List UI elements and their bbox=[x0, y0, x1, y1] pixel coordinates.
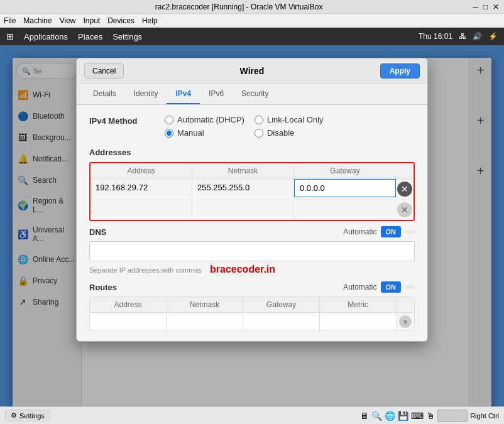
menu-file[interactable]: File bbox=[4, 16, 16, 25]
address-cell-empty[interactable] bbox=[90, 200, 192, 220]
cancel-button[interactable]: Cancel bbox=[84, 63, 124, 79]
vbox-window-controls[interactable]: ─ □ ✕ bbox=[473, 3, 499, 11]
method-linklocal-label: Link-Local Only bbox=[267, 115, 324, 124]
routes-addr-input[interactable] bbox=[90, 313, 166, 330]
tab-identity[interactable]: Identity bbox=[125, 84, 167, 104]
routes-netmask-input[interactable] bbox=[167, 313, 243, 330]
wired-dialog: Cancel Wired Apply Details Identity IPv4… bbox=[76, 58, 428, 342]
routes-table: Address Netmask Gateway Metric bbox=[89, 296, 415, 331]
ipv4-method-label: IPv4 Method bbox=[89, 115, 165, 126]
routes-metric-input[interactable] bbox=[320, 313, 396, 330]
status-icon-3: 🌐 bbox=[385, 411, 395, 421]
tab-ipv6[interactable]: IPv6 bbox=[200, 84, 233, 104]
gnome-settings-menu[interactable]: Settings bbox=[112, 32, 142, 41]
close-btn[interactable]: ✕ bbox=[493, 3, 499, 11]
routes-toggle-off[interactable] bbox=[405, 285, 415, 289]
dns-section: DNS Automatic ON Separate IP addresses w bbox=[89, 226, 415, 275]
radio-manual[interactable] bbox=[165, 129, 173, 138]
dns-input-box[interactable] bbox=[89, 241, 415, 261]
routes-th-gateway: Gateway bbox=[243, 297, 320, 313]
menu-machine[interactable]: Machine bbox=[23, 16, 52, 25]
method-manual[interactable]: Manual bbox=[165, 128, 244, 138]
gnome-panel: ⊞ Applications Places Settings Thu 16:01… bbox=[0, 28, 504, 45]
tab-security[interactable]: Security bbox=[233, 84, 277, 104]
menu-devices[interactable]: Devices bbox=[107, 16, 134, 25]
dialog-title: Wired bbox=[124, 66, 380, 76]
method-linklocal[interactable]: Link-Local Only bbox=[255, 115, 334, 124]
routes-delete-empty[interactable]: ✕ bbox=[397, 313, 414, 330]
addresses-row-1: ✕ bbox=[90, 179, 414, 200]
method-disable-label: Disable bbox=[267, 128, 294, 138]
routes-toggle-on[interactable]: ON bbox=[381, 281, 402, 293]
dns-hint-row: Separate IP addresses with commas bracec… bbox=[89, 264, 415, 275]
dns-label: DNS bbox=[89, 227, 106, 237]
radio-linklocal[interactable] bbox=[255, 116, 263, 124]
th-gateway: Gateway bbox=[294, 163, 396, 179]
status-icon-4: 💾 bbox=[398, 411, 408, 421]
routes-auto-group: Automatic ON bbox=[343, 281, 415, 293]
gateway-input-1[interactable] bbox=[294, 179, 396, 197]
routes-addr-empty[interactable] bbox=[90, 313, 167, 330]
menu-view[interactable]: View bbox=[60, 16, 76, 25]
gnome-places[interactable]: Places bbox=[78, 32, 102, 41]
netmask-input-empty[interactable] bbox=[192, 200, 293, 217]
addresses-table-header: Address Netmask Gateway bbox=[90, 163, 414, 179]
status-icon-6: 🖱 bbox=[426, 411, 435, 421]
gateway-cell-empty[interactable] bbox=[294, 200, 396, 220]
apply-button[interactable]: Apply bbox=[380, 63, 420, 79]
delete-row-1-button[interactable]: ✕ bbox=[397, 182, 412, 197]
netmask-cell-1[interactable] bbox=[192, 179, 294, 199]
netmask-input-1[interactable] bbox=[192, 179, 293, 196]
dns-toggle-off[interactable] bbox=[405, 230, 415, 234]
routes-delete-btn[interactable]: ✕ bbox=[399, 315, 412, 328]
menu-help[interactable]: Help bbox=[142, 16, 158, 25]
gateway-cell-1[interactable] bbox=[294, 179, 396, 199]
delete-row-empty-button[interactable]: ✕ bbox=[397, 202, 412, 217]
delete-cell-1[interactable]: ✕ bbox=[396, 179, 414, 199]
volume-icon: 🔊 bbox=[473, 32, 482, 41]
method-dhcp[interactable]: Automatic (DHCP) bbox=[165, 115, 244, 124]
restore-btn[interactable]: □ bbox=[483, 3, 488, 11]
gateway-input-empty[interactable] bbox=[294, 200, 396, 217]
address-cell-1[interactable] bbox=[90, 179, 192, 199]
delete-cell-empty: ✕ bbox=[396, 200, 414, 220]
dialog-titlebar: Cancel Wired Apply bbox=[77, 58, 427, 84]
routes-netmask-empty[interactable] bbox=[167, 313, 243, 330]
modal-overlay: Cancel Wired Apply Details Identity IPv4… bbox=[13, 58, 491, 411]
status-icon-5: ⌨ bbox=[411, 411, 424, 421]
netmask-cell-empty[interactable] bbox=[192, 200, 294, 220]
routes-gateway-input[interactable] bbox=[243, 313, 319, 330]
ipv4-method-section: IPv4 Method Automatic (DHCP) Link-Local … bbox=[89, 115, 415, 138]
routes-automatic-label: Automatic bbox=[343, 283, 376, 291]
taskbar-settings-item[interactable]: ⚙ Settings bbox=[5, 410, 50, 421]
radio-disable[interactable] bbox=[255, 129, 263, 138]
minimize-btn[interactable]: ─ bbox=[473, 3, 478, 11]
dns-auto-group: Automatic ON bbox=[343, 226, 415, 237]
menu-input[interactable]: Input bbox=[84, 16, 101, 25]
routes-metric-empty[interactable] bbox=[320, 313, 397, 330]
method-disable[interactable]: Disable bbox=[255, 128, 334, 138]
tab-ipv4[interactable]: IPv4 bbox=[167, 84, 200, 104]
ipv4-method-options: Automatic (DHCP) Link-Local Only Manual bbox=[165, 115, 334, 138]
status-icon-1: 🖥 bbox=[360, 411, 369, 421]
gnome-time: Thu 16:01 bbox=[419, 32, 452, 41]
routes-gateway-empty[interactable] bbox=[243, 313, 320, 330]
radio-dhcp[interactable] bbox=[165, 116, 173, 124]
gnome-apps-icon: ⊞ bbox=[6, 31, 14, 41]
power-icon: ⚡ bbox=[488, 32, 498, 41]
dns-toggle-on[interactable]: ON bbox=[381, 226, 402, 237]
routes-th-address: Address bbox=[90, 297, 167, 313]
settings-taskbar-label: Settings bbox=[19, 412, 45, 420]
address-input-empty[interactable] bbox=[90, 200, 192, 217]
gnome-applications[interactable]: Applications bbox=[24, 32, 68, 41]
gnome-panel-left: ⊞ Applications Places Settings bbox=[6, 31, 142, 41]
th-address: Address bbox=[90, 163, 192, 179]
vbox-title: rac2.bracecoder [Running] - Oracle VM Vi… bbox=[5, 3, 473, 11]
tab-details[interactable]: Details bbox=[84, 84, 125, 104]
dns-input[interactable] bbox=[90, 242, 414, 261]
vbox-titlebar: rac2.bracecoder [Running] - Oracle VM Vi… bbox=[0, 0, 504, 14]
routes-header: Routes Automatic ON bbox=[89, 281, 415, 293]
address-input-1[interactable] bbox=[90, 179, 192, 196]
th-netmask: Netmask bbox=[192, 163, 294, 179]
status-icon-2: 🔍 bbox=[371, 411, 382, 421]
